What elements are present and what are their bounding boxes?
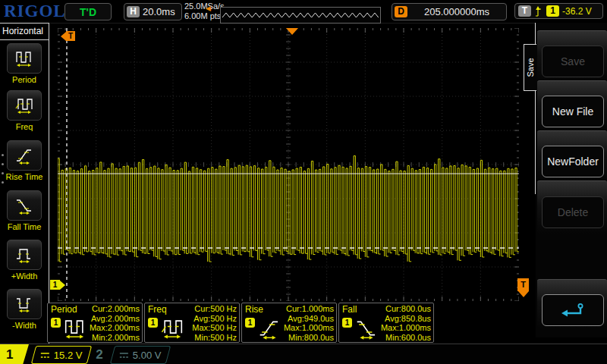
- plus-width-icon: [14, 245, 34, 265]
- sidebar-scroll-indicator: [2, 147, 4, 190]
- measure-category-title[interactable]: Horizontal: [0, 26, 49, 40]
- channel2-badge[interactable]: 2: [91, 344, 108, 364]
- top-status-bar: RIGOL T'D H 20.0ms 25.0MSa/s 6.00M pts ◀…: [0, 0, 607, 24]
- fall-time-icon: [354, 316, 379, 340]
- down-arrow-icon: [518, 291, 529, 297]
- measurement-panel-freq[interactable]: Freq 1 Cur:500 Hz Avg:500 Hz Max:500 Hz …: [144, 303, 240, 343]
- measurement-stats: Cur:1.000ms Avg:949.0us Max:1.000ms Min:…: [284, 304, 334, 342]
- trigger-info-box[interactable]: T 1 -36.2 V: [514, 3, 603, 19]
- oscilloscope-screen: RIGOL T'D H 20.0ms 25.0MSa/s 6.00M pts ◀…: [0, 0, 607, 364]
- new-folder-button[interactable]: NewFolder: [542, 146, 604, 177]
- sample-rate: 25.0MSa/s: [184, 2, 225, 11]
- waveform-display[interactable]: [58, 28, 519, 301]
- sidebar-item-freq[interactable]: Freq: [0, 90, 49, 131]
- trigger-source-badge: 1: [546, 5, 559, 17]
- horizontal-timebase-box[interactable]: H 20.0ms: [124, 3, 182, 20]
- measurement-panel-rise[interactable]: Rise 1 Cur:1.000ms Avg:949.0us Max:1.000…: [241, 303, 337, 343]
- channel-badge: 1: [245, 318, 255, 328]
- sidebar-item-fall-time[interactable]: Fall Time: [0, 190, 49, 231]
- channel1-scale[interactable]: 15.2 V: [31, 346, 92, 364]
- trigger-level-marker[interactable]: T: [517, 278, 529, 297]
- graticule-and-waveform: [58, 28, 519, 301]
- trigger-time-marker[interactable]: T: [61, 31, 75, 41]
- measurement-panel-fall[interactable]: Fall 1 Cur:800.0us Avg:850.8us Max:1.000…: [338, 303, 434, 343]
- trigger-status-badge[interactable]: T'D: [64, 3, 112, 20]
- channel-badge: 1: [51, 318, 61, 328]
- measurement-stats: Cur:2.000ms Avg:2.000ms Max:2.000ms Min:…: [90, 304, 140, 342]
- minus-width-icon: [14, 294, 34, 314]
- save-menu: Save New File NewFolder Delete: [536, 23, 607, 337]
- dc-coupling-icon: [40, 352, 50, 359]
- channel2-scale[interactable]: 5.00 V: [110, 346, 171, 364]
- rising-edge-icon: [534, 5, 543, 17]
- trigger-position-marker-icon[interactable]: [286, 28, 298, 35]
- freq-icon: [159, 316, 185, 340]
- h-label: H: [127, 6, 140, 17]
- sidebar-item-rise-time[interactable]: Rise Time: [0, 140, 49, 181]
- rise-time-icon: [14, 146, 34, 165]
- measurement-panel-period[interactable]: Period 1 Cur:2.000ms Avg:2.000ms Max:2.0…: [47, 303, 143, 343]
- dc-coupling-icon: [119, 352, 129, 359]
- sidebar-item-period[interactable]: Period: [0, 43, 49, 84]
- freq-icon: [14, 96, 34, 115]
- timebase-value: 20.0ms: [143, 6, 175, 17]
- acquisition-info: 25.0MSa/s 6.00M pts: [184, 2, 225, 21]
- delay-value: 205.000000ms: [407, 6, 506, 17]
- measurement-stats: Cur:800.0us Avg:850.8us Max:1.000ms Min:…: [381, 304, 431, 342]
- channel-badge: 1: [148, 318, 158, 328]
- channel1-ground-marker[interactable]: 1: [50, 280, 65, 290]
- period-icon: [62, 316, 88, 340]
- sidebar-item-pwidth[interactable]: +Width: [0, 240, 49, 281]
- delete-button[interactable]: Delete: [542, 196, 604, 228]
- memory-depth: 6.00M pts: [184, 11, 225, 21]
- measurement-stats: Cur:500 Hz Avg:500 Hz Max:500 Hz Min:500…: [192, 304, 237, 342]
- trigger-label: T: [518, 5, 531, 17]
- delay-label: D: [395, 6, 407, 17]
- channel-status-bar: 1 15.2 V 2 5.00 V: [0, 344, 607, 364]
- memory-position-arrow-icon: ◀: [206, 5, 211, 12]
- channel-badge: 1: [342, 318, 352, 328]
- save-tab[interactable]: Save: [524, 44, 536, 91]
- period-icon: [14, 49, 34, 68]
- right-arrow-icon: [60, 281, 65, 290]
- back-button[interactable]: [542, 294, 604, 326]
- waveform-memory-preview[interactable]: [220, 7, 381, 24]
- new-file-button[interactable]: New File: [542, 96, 604, 127]
- sidebar-item-nwidth[interactable]: -Width: [0, 289, 49, 330]
- save-button[interactable]: Save: [542, 46, 604, 77]
- channel1-badge[interactable]: 1: [0, 344, 29, 364]
- trigger-delay-box[interactable]: D 205.000000ms: [392, 3, 507, 20]
- rise-time-icon: [256, 316, 282, 340]
- trigger-level-value: -36.2 V: [562, 6, 592, 17]
- preview-zigzag: [221, 8, 379, 21]
- fall-time-icon: [14, 196, 34, 215]
- left-arrow-icon: [61, 32, 66, 41]
- measure-sidebar: Horizontal Period Freq: [0, 23, 49, 344]
- rigol-logo: RIGOL: [4, 2, 66, 21]
- return-arrow-icon: [560, 302, 586, 318]
